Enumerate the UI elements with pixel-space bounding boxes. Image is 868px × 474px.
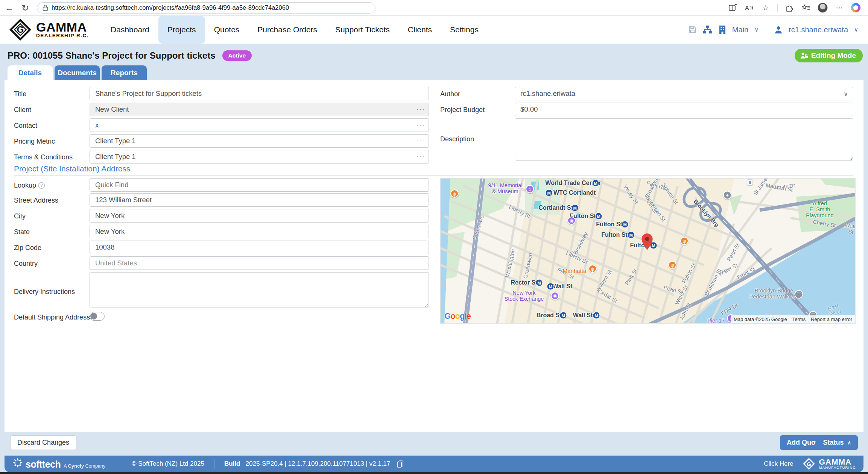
map-label: 9/11 Memorial & Museum — [488, 182, 523, 194]
favorites-star-icon[interactable]: ☆ — [761, 3, 771, 13]
browser-menu-icon[interactable]: ⋯ — [835, 3, 844, 13]
pricing-metric-label: Pricing Metric — [14, 138, 55, 145]
nav-quotes[interactable]: Quotes — [205, 16, 249, 44]
map-labels: World Trade CenterWTC CortlandtCortlandt… — [441, 179, 855, 323]
title-input[interactable] — [90, 87, 429, 100]
username[interactable]: rc1.shane.eriwata — [789, 26, 848, 34]
toggle-knob — [90, 313, 97, 320]
country-input[interactable] — [90, 256, 429, 270]
address-section-title: Project (Site Installation) Address — [14, 164, 130, 173]
building-icon[interactable] — [719, 25, 726, 34]
map-marker-mta-icon: M — [595, 213, 602, 220]
nav-purchase-orders[interactable]: Purchase Orders — [248, 16, 326, 44]
read-aloud-icon[interactable]: A — [744, 3, 754, 13]
map-marker-food-icon: ψ — [450, 189, 459, 198]
tab-details[interactable]: Details — [8, 65, 53, 80]
map-label: Front St — [736, 266, 756, 281]
title-label: Title — [14, 90, 26, 98]
nav-dashboard[interactable]: Dashboard — [102, 16, 158, 44]
client-lookup-button[interactable]: ··· — [417, 106, 425, 113]
author-select[interactable]: rc1.shane.eriwata — [515, 87, 853, 100]
svg-text:A: A — [745, 5, 749, 11]
map-marker-mta-icon: M — [560, 312, 567, 319]
environment-label[interactable]: Main — [732, 26, 748, 34]
map-terms-link[interactable]: Terms — [792, 317, 806, 322]
terms-input[interactable] — [90, 150, 429, 164]
map-label: Beekman St — [703, 268, 722, 297]
contact-input[interactable] — [90, 118, 429, 132]
description-textarea[interactable] — [515, 118, 853, 161]
browser-back-icon[interactable]: ← — [3, 2, 16, 14]
state-label: State — [14, 228, 30, 236]
browser-refresh-icon[interactable]: ↻ — [19, 2, 32, 14]
browser-profile-avatar[interactable] — [818, 3, 828, 13]
nav-support-tickets[interactable]: Support Tickets — [326, 16, 399, 44]
map-report-link[interactable]: Report a map error — [811, 317, 852, 322]
sitemap-icon[interactable] — [703, 25, 713, 34]
extensions-icon[interactable] — [784, 3, 794, 13]
nav-clients[interactable]: Clients — [399, 16, 441, 44]
map-label: Alfred E. Smith Playground — [806, 200, 833, 219]
copilot-icon[interactable] — [851, 3, 860, 12]
tab-reports[interactable]: Reports — [102, 65, 147, 80]
split-screen-icon[interactable] — [728, 3, 737, 13]
map-attribution: Map data ©2025 Google Terms Report a map… — [731, 315, 855, 323]
status-button[interactable]: Status ∧ — [816, 435, 858, 450]
map-marker-food-icon: ψ — [668, 261, 676, 269]
map[interactable]: World Trade CenterWTC CortlandtCortlandt… — [440, 178, 856, 324]
map-marker-mta-icon: M — [547, 283, 554, 290]
zip-input[interactable] — [90, 241, 429, 254]
map-label: Wall St — [573, 312, 593, 319]
nav-projects[interactable]: Projects — [158, 16, 205, 44]
terms-field-wrap: ··· — [90, 150, 429, 164]
save-icon[interactable] — [688, 25, 697, 34]
pricing-metric-input[interactable] — [90, 134, 429, 148]
gamma-footer-sub: MANUFACTURING — [819, 465, 856, 469]
map-marker-poiP-icon: ⌂ — [526, 185, 534, 193]
status-button-label: Status — [823, 439, 844, 447]
click-here-link[interactable]: Click Here — [764, 460, 793, 468]
street-input[interactable] — [90, 193, 429, 207]
contact-lookup-button[interactable]: ··· — [417, 121, 425, 129]
map-data-text: Map data ©2025 Google — [734, 317, 787, 322]
status-chevron-icon: ∧ — [847, 440, 851, 445]
delivery-textarea[interactable] — [90, 272, 429, 307]
map-label: Fulton St — [601, 232, 627, 238]
map-label: Cortlandt St — [538, 204, 573, 211]
gamma-logo[interactable]: G GAMMA DEALERSHIP R.C. — [8, 18, 89, 42]
map-label: Pine St — [556, 267, 575, 280]
chrome-divider — [777, 4, 778, 12]
map-label: Fulton St — [596, 221, 622, 228]
address-bar[interactable]: https://rc.kuaka-testing.softtech.com/pr… — [37, 2, 375, 14]
tab-bar: Details Documents Reports — [8, 65, 147, 80]
description-label: Description — [440, 135, 474, 143]
author-chevron-icon[interactable]: ∨ — [844, 90, 848, 97]
editing-mode-button[interactable]: Editing Mode — [795, 49, 863, 62]
lookup-input[interactable] — [90, 178, 429, 192]
city-label: City — [14, 212, 26, 220]
terms-lookup-button[interactable]: ··· — [417, 153, 425, 161]
default-shipping-toggle[interactable] — [90, 312, 105, 321]
footer: softtech A Cyncly Company © SoftTech (NZ… — [5, 456, 863, 472]
cyncly-tagline: A Cyncly Company — [64, 463, 105, 469]
map-label: Broadway — [572, 231, 589, 256]
contact-field-wrap: ··· — [90, 118, 429, 132]
action-bar: Discard Changes Add Quote Status ∧ — [0, 432, 868, 456]
copy-build-icon[interactable] — [397, 460, 403, 468]
status-badge: Active — [222, 50, 252, 61]
city-input[interactable] — [90, 209, 429, 223]
help-icon[interactable]: ? — [38, 182, 45, 189]
state-input[interactable] — [90, 225, 429, 238]
discard-changes-button[interactable]: Discard Changes — [10, 435, 76, 450]
favorites-bar-icon[interactable] — [801, 3, 811, 13]
map-pin-icon[interactable] — [641, 233, 653, 250]
main-nav: Dashboard Projects Quotes Purchase Order… — [102, 16, 488, 44]
section-divider — [14, 175, 853, 176]
tab-documents[interactable]: Documents — [55, 65, 100, 80]
map-label: Rector St — [511, 279, 537, 286]
nav-settings[interactable]: Settings — [441, 16, 488, 44]
user-chevron-icon[interactable]: ∨ — [854, 26, 858, 33]
budget-input[interactable] — [515, 103, 853, 116]
environment-chevron-icon[interactable]: ∨ — [754, 26, 759, 33]
pricing-metric-lookup-button[interactable]: ··· — [417, 137, 425, 145]
